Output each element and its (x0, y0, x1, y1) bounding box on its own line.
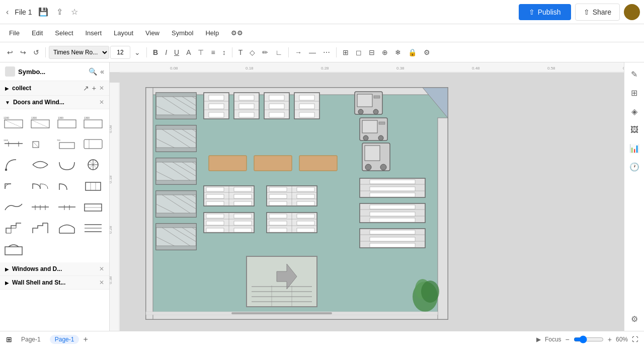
settings-button[interactable]: ⚙ (421, 46, 433, 58)
close-category-wall-shell[interactable]: ✕ (99, 279, 104, 286)
category-doors-windows[interactable]: ▼ Doors and Wind... ✕ (0, 96, 109, 109)
symbol-door-1[interactable]: 1200 (2, 112, 25, 132)
undo-button[interactable]: ↩ (4, 46, 16, 58)
zoom-out-button[interactable]: − (566, 335, 570, 343)
shapes-button[interactable]: ◈ (628, 104, 640, 119)
avatar[interactable] (624, 4, 640, 20)
menu-file[interactable]: File (4, 27, 25, 39)
symbol-door-10[interactable] (29, 155, 52, 175)
symbol-stair-2[interactable] (29, 218, 52, 238)
bold-button[interactable]: B (150, 46, 161, 58)
zoom-in-button[interactable]: + (608, 335, 612, 343)
dash-style-button[interactable]: ⋯ (320, 46, 333, 58)
symbol-misc-4[interactable] (82, 197, 105, 217)
lock-button[interactable]: 🔒 (405, 46, 420, 58)
canvas-wrapper[interactable]: 0.08 0.18 0.28 0.38 (110, 73, 624, 331)
symbol-door-12[interactable] (82, 155, 105, 175)
font-selector[interactable]: Times New Ro... Arial Helvetica (49, 46, 109, 59)
image-button[interactable]: 🖼 (627, 122, 641, 137)
expand-arrow-wall-icon: ▶ (5, 280, 9, 286)
line-spacing-button[interactable]: ↕ (219, 46, 229, 58)
symbol-door-16[interactable] (82, 176, 105, 196)
symbol-door-3[interactable]: 1300 (55, 112, 78, 132)
text-tool-button[interactable]: T (235, 46, 246, 58)
symbol-door-8[interactable] (82, 133, 105, 154)
category-windows[interactable]: ▶ Windows and D... ✕ (0, 262, 109, 276)
add-page-button[interactable]: + (83, 335, 88, 344)
search-icon[interactable]: 🔍 (89, 67, 97, 76)
italic-button[interactable]: I (162, 46, 170, 58)
symbol-door-4[interactable]: 1300 (82, 112, 105, 132)
floor-plan-canvas[interactable] (131, 83, 453, 324)
chart-button[interactable]: 📊 (626, 141, 642, 156)
symbol-stair-1[interactable] (2, 218, 25, 238)
share-icon[interactable]: ⇪ (54, 5, 65, 19)
menu-extra[interactable]: ⚙⚙ (226, 27, 248, 39)
save-icon[interactable]: 💾 (36, 5, 50, 19)
symbol-door-6[interactable] (29, 133, 52, 154)
symbol-door-5[interactable]: 1300 (2, 133, 25, 154)
symbol-stair-3[interactable] (55, 218, 78, 238)
symbol-misc-3[interactable] (55, 197, 78, 217)
share-button[interactable]: ⇧ Share (575, 4, 620, 21)
fill-button[interactable]: ◇ (247, 46, 258, 58)
symbol-door-13[interactable] (2, 176, 25, 196)
angle-button[interactable]: ∟ (272, 46, 285, 58)
page-view-toggle[interactable]: ⊞ (6, 335, 12, 343)
settings-panel-button[interactable]: ⚙ (628, 311, 641, 327)
publish-button[interactable]: ⇧ Publish (519, 4, 571, 20)
play-button[interactable]: ▶ (536, 336, 541, 343)
menu-symbol[interactable]: Symbol (167, 27, 198, 39)
redo-button[interactable]: ↪ (17, 46, 29, 58)
align-button[interactable]: ≡ (208, 46, 218, 58)
frame-button[interactable]: ◻ (353, 46, 365, 58)
menu-view[interactable]: View (140, 27, 165, 39)
minus-button[interactable]: ⊟ (366, 46, 378, 58)
edit-panel-button[interactable]: ✎ (628, 66, 640, 82)
symbol-arch-1[interactable] (2, 239, 25, 259)
category-collect[interactable]: ▶ collect ↗ + ✕ (0, 81, 109, 96)
layers-button[interactable]: ⊞ (628, 85, 640, 101)
menu-edit[interactable]: Edit (27, 27, 48, 39)
font-size-input[interactable] (110, 46, 130, 59)
pen-button[interactable]: ✏ (259, 46, 271, 58)
arrow-style-button[interactable]: → (292, 46, 305, 58)
grid-button[interactable]: ⊞ (340, 46, 352, 58)
collapse-icon[interactable]: « (100, 67, 104, 76)
add-icon[interactable]: + (92, 84, 96, 92)
page-tab-2-active[interactable]: Page-1 (50, 335, 79, 344)
menu-help[interactable]: Help (200, 27, 224, 39)
symbol-door-9[interactable] (2, 155, 25, 175)
symbol-door-15[interactable] (55, 176, 78, 196)
close-category-collect[interactable]: ✕ (99, 85, 104, 92)
underline-button[interactable]: U (171, 46, 182, 58)
plus-button[interactable]: ⊕ (379, 46, 391, 58)
symbol-door-7[interactable]: 700 (55, 133, 78, 154)
font-color-button[interactable]: A (183, 46, 194, 58)
external-link-icon[interactable]: ↗ (83, 84, 89, 92)
snowflake-button[interactable]: ❄ (392, 46, 404, 58)
text-align-button[interactable]: ⊤ (195, 46, 207, 58)
symbol-door-11[interactable] (55, 155, 78, 175)
symbol-door-14[interactable] (29, 176, 52, 196)
menu-layout[interactable]: Layout (109, 27, 138, 39)
zoom-slider[interactable] (574, 335, 604, 343)
menu-insert[interactable]: Insert (80, 27, 107, 39)
symbol-misc-1[interactable] (2, 197, 25, 217)
category-wall-shell[interactable]: ▶ Wall Shell and St... ✕ (0, 276, 109, 290)
menu-select[interactable]: Select (50, 27, 78, 39)
chevron-down-icon[interactable]: ⌄ (131, 46, 143, 58)
star-icon[interactable]: ☆ (69, 5, 80, 19)
close-category-doors[interactable]: ✕ (99, 99, 104, 106)
reset-button[interactable]: ↺ (30, 46, 42, 58)
svg-line-15 (33, 142, 39, 148)
symbol-door-2[interactable]: 1300 (29, 112, 52, 132)
history-button[interactable]: 🕐 (626, 159, 642, 175)
line-style-button[interactable]: — (306, 46, 319, 58)
symbol-stair-4[interactable] (82, 218, 105, 238)
back-button[interactable]: ‹ (4, 6, 11, 19)
close-category-windows[interactable]: ✕ (99, 265, 104, 272)
page-tab-1[interactable]: Page-1 (16, 335, 46, 344)
symbol-misc-2[interactable] (29, 197, 52, 217)
fullscreen-button[interactable]: ⛶ (632, 336, 638, 343)
